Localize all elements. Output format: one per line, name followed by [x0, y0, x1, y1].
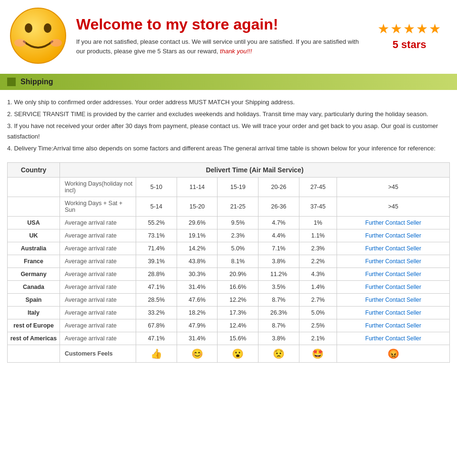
- page-header: Welcome to my store again! If you are no…: [0, 0, 457, 71]
- working-days-sat-sun-label: Working Days + Sat + Sun: [60, 197, 136, 217]
- arrival-label-cell: Average arrival rate: [60, 255, 136, 268]
- val1-cell: 28.8%: [136, 268, 177, 281]
- val2-cell: 47.6%: [177, 294, 218, 307]
- table-container: Country Delivert Time (Air Mail Service)…: [0, 162, 457, 370]
- country-cell: Germany: [8, 268, 60, 281]
- emoji-6: 😡: [337, 345, 450, 363]
- table-row: UK Average arrival rate 73.1% 19.1% 2.3%…: [8, 229, 450, 242]
- country-cell: USA: [8, 217, 60, 229]
- footer-empty: [8, 345, 60, 363]
- val3-cell: 12.2%: [218, 294, 258, 307]
- arrival-label-cell: Average arrival rate: [60, 242, 136, 255]
- wday-gt45: >45: [337, 178, 450, 197]
- svg-point-4: [50, 39, 62, 47]
- country-cell: Italy: [8, 307, 60, 319]
- country-cell: Spain: [8, 294, 60, 307]
- emoji-2: 😊: [177, 345, 218, 363]
- table-row: Spain Average arrival rate 28.5% 47.6% 1…: [8, 294, 450, 307]
- working-days-label: Working Days(holiday not incl): [60, 178, 136, 197]
- further-contact-cell[interactable]: Further Contact Seller: [337, 332, 450, 345]
- further-contact-cell[interactable]: Further Contact Seller: [337, 242, 450, 255]
- val1-cell: 55.2%: [136, 217, 177, 229]
- val4-cell: 4.7%: [258, 217, 299, 229]
- col-country: Country: [8, 163, 60, 178]
- arrival-label-cell: Average arrival rate: [60, 268, 136, 281]
- welcome-title: Welcome to my store again!: [76, 16, 362, 33]
- val4-cell: 4.4%: [258, 229, 299, 242]
- val5-cell: 2.2%: [299, 255, 337, 268]
- table-body: USA Average arrival rate 55.2% 29.6% 9.5…: [8, 217, 450, 363]
- val4-cell: 11.2%: [258, 268, 299, 281]
- val1-cell: 73.1%: [136, 229, 177, 242]
- stars-section: ★★★★★ 5 stars: [371, 21, 447, 51]
- header-text-block: Welcome to my store again! If you are no…: [67, 16, 371, 56]
- empty-cell-2: [8, 197, 60, 217]
- val5-cell: 2.7%: [299, 294, 337, 307]
- further-contact-cell[interactable]: Further Contact Seller: [337, 307, 450, 319]
- val2-cell: 18.2%: [177, 307, 218, 319]
- further-contact-cell[interactable]: Further Contact Seller: [337, 268, 450, 281]
- table-row: Italy Average arrival rate 33.2% 18.2% 1…: [8, 307, 450, 319]
- further-contact-cell[interactable]: Further Contact Seller: [337, 229, 450, 242]
- further-contact-cell[interactable]: Further Contact Seller: [337, 294, 450, 307]
- wday-15-19: 15-19: [218, 178, 258, 197]
- val4-cell: 3.8%: [258, 332, 299, 345]
- val5-cell: 1.1%: [299, 229, 337, 242]
- val4-cell: 8.7%: [258, 319, 299, 332]
- thank-you-text: thank you!!!: [220, 48, 252, 55]
- arrival-label-cell: Average arrival rate: [60, 281, 136, 294]
- wday-5-10: 5-10: [136, 178, 177, 197]
- shipping-title: Shipping: [20, 78, 53, 86]
- country-cell: Canada: [8, 281, 60, 294]
- wday-20-26: 20-26: [258, 178, 299, 197]
- shipping-point-3: 3. If you have not received your order a…: [7, 121, 450, 142]
- val2-cell: 47.9%: [177, 319, 218, 332]
- further-contact-cell[interactable]: Further Contact Seller: [337, 319, 450, 332]
- further-contact-cell[interactable]: Further Contact Seller: [337, 255, 450, 268]
- val1-cell: 33.2%: [136, 307, 177, 319]
- val3-cell: 17.3%: [218, 307, 258, 319]
- country-cell: Australia: [8, 242, 60, 255]
- arrival-label-cell: Average arrival rate: [60, 217, 136, 229]
- arrival-label-cell: Average arrival rate: [60, 319, 136, 332]
- country-cell: rest of Americas: [8, 332, 60, 345]
- delivery-table: Country Delivert Time (Air Mail Service)…: [7, 162, 450, 363]
- val2-cell: 31.4%: [177, 281, 218, 294]
- svg-point-0: [10, 8, 66, 63]
- val3-cell: 16.6%: [218, 281, 258, 294]
- svg-point-3: [14, 39, 26, 47]
- section-icon: [7, 78, 16, 86]
- val1-cell: 71.4%: [136, 242, 177, 255]
- val3-cell: 8.1%: [218, 255, 258, 268]
- country-cell: UK: [8, 229, 60, 242]
- val3-cell: 12.4%: [218, 319, 258, 332]
- description-text: If you are not satisfied, please contact…: [76, 38, 359, 55]
- shipping-section-header: Shipping: [0, 74, 457, 90]
- wsat-26-36: 26-36: [258, 197, 299, 217]
- footer-row: Customers Feels 👍 😊 😮 😟 🤩 😡: [8, 345, 450, 363]
- wsat-gt45-2: >45: [337, 197, 450, 217]
- wsat-15-20: 15-20: [177, 197, 218, 217]
- val3-cell: 15.6%: [218, 332, 258, 345]
- further-contact-cell[interactable]: Further Contact Seller: [337, 217, 450, 229]
- val4-cell: 3.8%: [258, 255, 299, 268]
- table-row: USA Average arrival rate 55.2% 29.6% 9.5…: [8, 217, 450, 229]
- arrival-label-cell: Average arrival rate: [60, 294, 136, 307]
- val5-cell: 5.0%: [299, 307, 337, 319]
- val5-cell: 1%: [299, 217, 337, 229]
- val1-cell: 47.1%: [136, 281, 177, 294]
- arrival-label-cell: Average arrival rate: [60, 229, 136, 242]
- val5-cell: 2.1%: [299, 332, 337, 345]
- val2-cell: 30.3%: [177, 268, 218, 281]
- empty-cell-1: [8, 178, 60, 197]
- table-row: Germany Average arrival rate 28.8% 30.3%…: [8, 268, 450, 281]
- country-cell: France: [8, 255, 60, 268]
- stars-label: 5 stars: [371, 39, 447, 51]
- country-cell: rest of Europe: [8, 319, 60, 332]
- col-delivery: Delivert Time (Air Mail Service): [60, 163, 450, 178]
- val5-cell: 1.4%: [299, 281, 337, 294]
- val1-cell: 39.1%: [136, 255, 177, 268]
- shipping-point-4: 4. Delivery Time:Arrival time also depen…: [7, 143, 450, 154]
- further-contact-cell[interactable]: Further Contact Seller: [337, 281, 450, 294]
- stars-icons: ★★★★★: [371, 21, 447, 37]
